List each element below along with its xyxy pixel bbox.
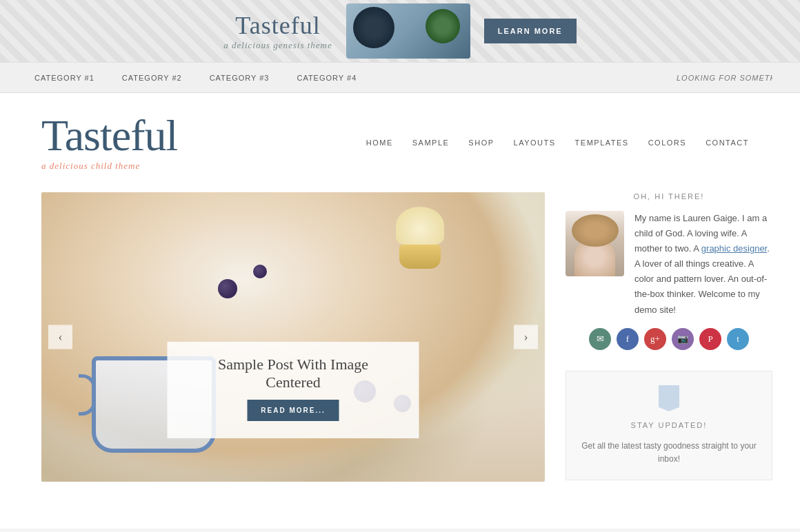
berry-decoration-1 — [218, 279, 237, 298]
social-icons: ✉ f g+ 📷 P t — [566, 328, 772, 350]
nav-sample[interactable]: SAMPLE — [403, 135, 459, 150]
sidebar: OH, HI THERE! My name is Lauren Gaige. I… — [566, 192, 772, 501]
site-logo: Tasteful a delicious child theme — [41, 114, 177, 172]
berry-decoration-2 — [253, 265, 267, 278]
slider-container: ‹ Sample Post With Image Centered READ M… — [41, 192, 545, 482]
cupcake-decoration — [396, 207, 444, 269]
banner-image — [346, 3, 470, 59]
cupcake-base — [399, 245, 441, 269]
nav-layouts[interactable]: LAYOUTS — [504, 135, 566, 150]
site-title[interactable]: Tasteful — [41, 114, 177, 158]
stay-updated-text: Get all the latest tasty goodness straig… — [580, 440, 758, 466]
main-nav: HOME SAMPLE SHOP LAYOUTS TEMPLATES COLOR… — [357, 135, 759, 150]
cupcake-frosting — [396, 207, 444, 245]
nav-colors[interactable]: COLORS — [639, 135, 696, 150]
top-nav-item-1[interactable]: CATEGORY #1 — [21, 62, 108, 93]
google-icon[interactable]: g+ — [644, 328, 666, 350]
pinterest-icon[interactable]: P — [699, 328, 721, 350]
slider-section: ‹ Sample Post With Image Centered READ M… — [41, 192, 545, 501]
stay-updated-widget: STAY UPDATED! Get all the latest tasty g… — [566, 371, 772, 480]
top-nav-bar: CATEGORY #1 CATEGORY #2 CATEGORY #3 CATE… — [0, 62, 800, 93]
top-nav-items: CATEGORY #1 CATEGORY #2 CATEGORY #3 CATE… — [21, 62, 370, 93]
banner-subtitle: a delicious genesis theme — [223, 40, 332, 51]
bio-end: . A lover of all things creative. A colo… — [634, 243, 770, 314]
banner-title: Tasteful — [223, 11, 332, 40]
slide-caption: Sample Post With Image Centered READ MOR… — [168, 342, 419, 438]
slider-prev-button[interactable]: ‹ — [48, 325, 72, 349]
bio-link[interactable]: graphic designer — [701, 243, 767, 254]
avatar — [566, 211, 624, 276]
bio-text: My name is Lauren Gaige. I am a child of… — [634, 211, 772, 318]
slider-next-button[interactable]: › — [514, 325, 538, 349]
oh-hi-widget: OH, HI THERE! My name is Lauren Gaige. I… — [566, 192, 772, 350]
nav-templates[interactable]: TEMPLATES — [566, 135, 639, 150]
top-nav-item-3[interactable]: CATEGORY #3 — [196, 62, 283, 93]
search-input[interactable] — [670, 70, 779, 85]
email-icon[interactable]: ✉ — [589, 328, 611, 350]
site-area: Tasteful a delicious child theme HOME SA… — [0, 93, 800, 529]
read-more-button[interactable]: READ MORE... — [247, 400, 339, 421]
oh-hi-content: My name is Lauren Gaige. I am a child of… — [566, 211, 772, 318]
content-area: ‹ Sample Post With Image Centered READ M… — [0, 185, 800, 529]
instagram-icon[interactable]: 📷 — [672, 328, 694, 350]
bookmark-shape — [659, 385, 679, 411]
slide-title: Sample Post With Image Centered — [195, 356, 392, 391]
stay-updated-title: STAY UPDATED! — [580, 421, 758, 429]
site-header: Tasteful a delicious child theme HOME SA… — [0, 93, 800, 185]
facebook-icon[interactable]: f — [617, 328, 639, 350]
oh-hi-title: OH, HI THERE! — [566, 192, 772, 201]
top-banner: Tasteful a delicious genesis theme LEARN… — [0, 0, 800, 62]
slider-image — [41, 192, 545, 482]
nav-home[interactable]: HOME — [357, 135, 403, 150]
twitter-icon[interactable]: t — [727, 328, 749, 350]
learn-more-button[interactable]: LEARN MORE — [484, 19, 577, 43]
bookmark-icon — [580, 385, 758, 414]
site-tagline: a delicious child theme — [41, 161, 177, 172]
top-nav-item-4[interactable]: CATEGORY #4 — [283, 62, 370, 93]
top-nav-item-2[interactable]: CATEGORY #2 — [108, 62, 196, 93]
nav-shop[interactable]: SHOP — [459, 135, 503, 150]
nav-contact[interactable]: CONTACT — [696, 135, 759, 150]
